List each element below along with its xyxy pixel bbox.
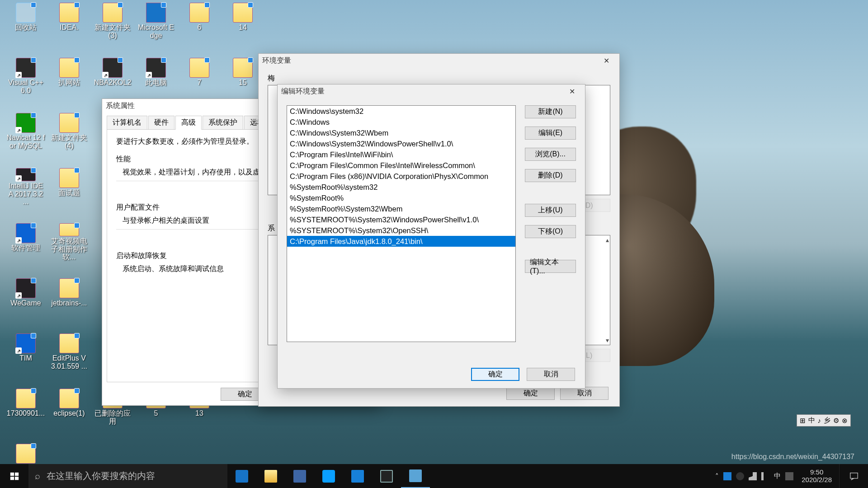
- path-row[interactable]: C:\Windows\System32\Wbem: [287, 127, 515, 138]
- taskbar-explorer[interactable]: [256, 464, 285, 488]
- desktop-icon[interactable]: ↗IntelliJ IDEA 2017.3.2 ...: [5, 168, 46, 206]
- desktop-icon[interactable]: 17300901...: [5, 389, 46, 427]
- ime-item[interactable]: ⚙: [833, 417, 839, 425]
- desktop-icon-label: 此电脑: [144, 79, 168, 87]
- desktop-icon[interactable]: 回收站: [5, 3, 46, 41]
- ime-item[interactable]: ⊗: [842, 417, 848, 425]
- path-row[interactable]: %SYSTEMROOT%\System32\OpenSSH\: [287, 225, 515, 236]
- window-title: 环境变量: [262, 56, 291, 66]
- desktop-icon[interactable]: 新建文件夹 (4): [49, 113, 90, 151]
- desktop-icon[interactable]: ↗此电脑: [136, 58, 176, 96]
- desktop-icon[interactable]: 14: [222, 3, 263, 41]
- desktop-icon-label: 面试题: [57, 189, 81, 197]
- action-center-button[interactable]: [839, 464, 868, 488]
- desktop-icon[interactable]: ↗TIM: [5, 333, 46, 371]
- taskbar-app-6[interactable]: [372, 464, 401, 488]
- desktop-icon[interactable]: eclipse(1): [49, 389, 90, 427]
- ime-item[interactable]: 乡: [824, 416, 830, 425]
- desktop-icon[interactable]: 6: [179, 3, 220, 41]
- search-box[interactable]: ⌕ 在这里输入你要搜索的内容: [28, 464, 227, 488]
- ime-lang[interactable]: 中: [774, 472, 781, 480]
- path-row[interactable]: %SystemRoot%: [287, 192, 515, 203]
- taskbar-app-4[interactable]: [314, 464, 343, 488]
- tab-0[interactable]: 计算机名: [107, 116, 147, 130]
- titlebar[interactable]: 环境变量 ✕: [259, 54, 619, 67]
- desktop-icon-label: 13: [194, 409, 204, 418]
- titlebar[interactable]: 编辑环境变量 ✕: [278, 84, 585, 98]
- network-icon[interactable]: [749, 472, 757, 480]
- scroll-down-icon[interactable]: ▾: [606, 337, 609, 344]
- windows-icon: [9, 471, 19, 481]
- desktop-icon[interactable]: 7: [179, 58, 220, 96]
- taskbar-edge[interactable]: [227, 464, 256, 488]
- cancel-button[interactable]: 取消: [527, 368, 575, 381]
- tray-chevron-icon[interactable]: ˄: [715, 472, 719, 480]
- taskbar-app-3[interactable]: [285, 464, 314, 488]
- close-icon[interactable]: ✕: [597, 54, 616, 67]
- desktop-icon[interactable]: jetbrains-...: [49, 278, 90, 316]
- desktop-icon[interactable]: 15: [222, 58, 263, 96]
- ime-item[interactable]: ⊞: [800, 417, 806, 425]
- desktop-icon[interactable]: 新建文件夹 (3): [92, 3, 133, 41]
- path-row[interactable]: C:\Program Files\Common Files\Intel\Wire…: [287, 160, 515, 171]
- ok-button[interactable]: 确定: [506, 387, 555, 400]
- move-down-button[interactable]: 下移(O): [525, 225, 576, 238]
- edit-text-button[interactable]: 编辑文本(T)...: [525, 260, 576, 273]
- desktop-icon-label: 艾奇视频电子相册制作软...: [49, 237, 90, 261]
- desktop-icon[interactable]: 面试题: [49, 168, 90, 206]
- desktop-icon[interactable]: ↗WeGame: [5, 278, 46, 316]
- svg-rect-2: [10, 476, 14, 479]
- path-row[interactable]: C:\Windows\System32\WindowsPowerShell\v1…: [287, 138, 515, 149]
- browse-button[interactable]: 浏览(B)...: [525, 148, 576, 161]
- desktop-icon[interactable]: EditPlus V3.01.559 ...: [49, 333, 90, 371]
- path-row[interactable]: C:\Windows: [287, 117, 515, 127]
- new-button[interactable]: 新建(N): [525, 105, 576, 118]
- desktop-icon[interactable]: ↗Navicat 12 for MySQL: [5, 113, 46, 151]
- path-row[interactable]: %SystemRoot%\System32\Wbem: [287, 203, 515, 214]
- tab-1[interactable]: 硬件: [148, 116, 175, 130]
- desktop-icon[interactable]: ↗软件管理: [5, 223, 46, 261]
- desktop-icon[interactable]: 扒网站: [49, 58, 90, 96]
- edit-button[interactable]: 编辑(E): [525, 127, 576, 140]
- path-row[interactable]: C:\Program Files\Intel\WiFi\bin\: [287, 149, 515, 160]
- path-row[interactable]: C:\Program Files (x86)\NVIDIA Corporatio…: [287, 171, 515, 182]
- tray-icon[interactable]: [736, 472, 744, 480]
- desktop-icon-label: 5: [153, 409, 159, 418]
- path-row[interactable]: C:\Windows\system32: [287, 106, 515, 117]
- desktop-icon[interactable]: ↗Visual C++ 6.0: [5, 58, 46, 96]
- clock[interactable]: 9:50 2020/2/28: [798, 469, 835, 483]
- path-row[interactable]: %SYSTEMROOT%\System32\WindowsPowerShell\…: [287, 214, 515, 225]
- delete-button[interactable]: 删除(D): [525, 169, 576, 182]
- ime-item[interactable]: ♪: [818, 417, 821, 424]
- desktop-icon[interactable]: IDEA.: [49, 3, 90, 41]
- path-listbox[interactable]: C:\Windows\system32C:\WindowsC:\Windows\…: [287, 105, 516, 342]
- path-row[interactable]: C:\Program Files\Java\jdk1.8.0_241\bin\: [287, 236, 515, 247]
- move-up-button[interactable]: 上移(U): [525, 204, 576, 217]
- taskbar-app-5[interactable]: [343, 464, 372, 488]
- desktop-icon-label: 新建文件夹 (4): [49, 134, 90, 150]
- desktop-icon[interactable]: 艾奇视频电子相册制作软...: [49, 223, 90, 261]
- scroll-up-icon[interactable]: ▴: [606, 236, 609, 244]
- path-row[interactable]: %SystemRoot%\system32: [287, 182, 515, 192]
- desktop-icon-label: 7: [197, 79, 203, 87]
- ok-button[interactable]: 确定: [471, 368, 519, 381]
- ime-bar[interactable]: ⊞中♪乡⚙⊗: [797, 414, 851, 427]
- tray-icon[interactable]: [723, 472, 731, 480]
- start-button[interactable]: [0, 464, 28, 488]
- volume-icon[interactable]: [761, 472, 769, 480]
- close-icon[interactable]: ✕: [562, 85, 581, 98]
- taskbar-settings[interactable]: [401, 464, 430, 488]
- tab-3[interactable]: 系统保护: [203, 116, 243, 130]
- tray-icon[interactable]: [785, 472, 793, 480]
- cancel-button[interactable]: 取消: [560, 387, 609, 400]
- desktop[interactable]: 回收站IDEA.新建文件夹 (3)Microsoft Edge614↗Visua…: [0, 0, 868, 488]
- ime-item[interactable]: 中: [808, 416, 815, 425]
- desktop-icon[interactable]: Microsoft Edge: [136, 3, 176, 41]
- desktop-icon-label: 6: [197, 23, 203, 32]
- window-title: 编辑环境变量: [281, 87, 325, 96]
- desktop-icon-label: 14: [238, 23, 248, 32]
- desktop-icon-label: Microsoft Edge: [136, 23, 176, 39]
- desktop-icon-label: IDEA.: [59, 23, 80, 32]
- tab-2[interactable]: 高级: [175, 116, 202, 130]
- desktop-icon[interactable]: ↗NBA2KOL2: [92, 58, 133, 96]
